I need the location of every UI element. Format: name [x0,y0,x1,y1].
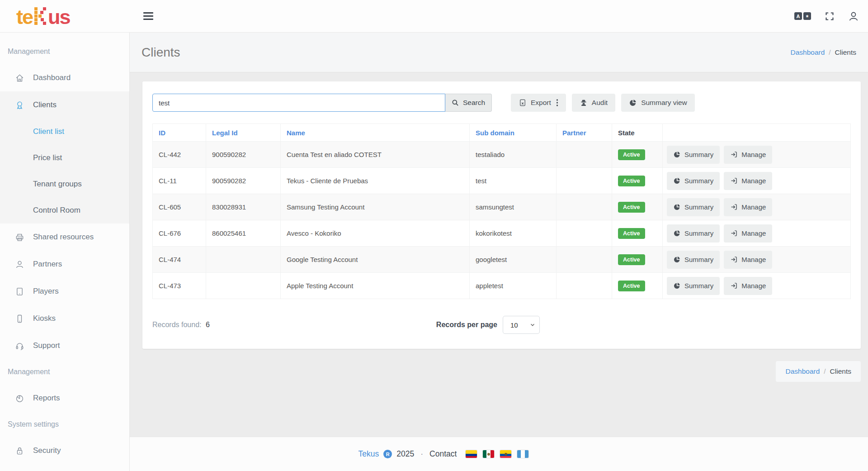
lock-icon [15,446,25,456]
sidebar-item-reports[interactable]: Reports [0,385,129,412]
table-row: CL-474 Google Testing Account googletest… [153,247,851,273]
manage-button[interactable]: Manage [724,251,772,269]
column-header-state: State [612,124,663,142]
export-button-label: Export [531,99,551,107]
breadcrumb-dashboard-link[interactable]: Dashboard [785,367,820,376]
column-header-sub-domain[interactable]: Sub domain [470,124,557,142]
sidebar-item-dashboard[interactable]: Dashboard [0,64,129,91]
sidebar-item-tenant-groups[interactable]: Tenant groups [0,171,129,197]
manage-button[interactable]: Manage [724,277,772,295]
summary-button[interactable]: Summary [667,224,720,243]
sidebar-toggle-hamburger-icon[interactable] [141,8,156,24]
sidebar-item-client-list[interactable]: Client list [0,119,129,145]
sidebar-item-support[interactable]: Support [0,332,129,359]
sign-in-arrow-icon [730,282,738,290]
manage-button[interactable]: Manage [724,146,772,164]
registered-trademark-icon: R [383,450,392,458]
table-row: CL-11 900590282 Tekus - Cliente de Prueb… [153,168,851,194]
flag-colombia-icon[interactable] [466,450,477,458]
table-header-row: ID Legal Id Name Sub domain Partner Stat… [153,124,851,142]
sidebar-label: Players [33,287,59,296]
content-area: Search Export [130,72,868,437]
footer-contact-link[interactable]: Contact [429,449,457,459]
summary-button[interactable]: Summary [667,251,720,269]
sidebar-section-management: Management [0,39,129,64]
language-star-glyph: * [803,12,811,20]
search-button[interactable]: Search [445,94,492,112]
sidebar-item-players[interactable]: Players [0,278,129,305]
cell-actions: Summary Manage [663,194,851,220]
summary-button[interactable]: Summary [667,198,720,216]
cell-id: CL-605 [153,194,206,220]
tekus-logo[interactable]: te us [0,6,130,26]
excel-file-icon [519,99,527,107]
manage-button[interactable]: Manage [724,198,772,216]
cell-name: Tekus - Cliente de Pruebas [281,168,470,194]
toolbar: Search Export [152,94,851,112]
manage-button[interactable]: Manage [724,172,772,190]
summary-button[interactable]: Summary [667,277,720,295]
footer-brand-link[interactable]: Tekus [359,449,379,459]
cell-sub-domain: samsungtest [470,194,557,220]
column-header-actions [663,124,851,142]
records-found: Records found: 6 [152,321,210,329]
footer-year: 2025 [396,449,414,459]
column-header-partner[interactable]: Partner [557,124,612,142]
mobile-phone-icon [15,314,25,324]
cell-name: Avesco - Kokoriko [281,220,470,247]
language-icon[interactable]: A * [794,12,811,20]
manage-button-label: Manage [741,256,766,263]
audit-button[interactable]: Audit [572,94,615,112]
summary-button-label: Summary [684,203,713,211]
summary-button-label: Summary [684,256,713,263]
cell-legal-id [206,247,281,273]
main-area: Clients Dashboard / Clients [130,33,868,471]
sidebar-item-clients[interactable]: Clients [0,91,129,119]
fullscreen-icon[interactable] [825,11,835,21]
column-header-id[interactable]: ID [153,124,206,142]
summary-button-label: Summary [684,282,713,290]
flag-guatemala-icon[interactable] [517,450,528,458]
search-input[interactable] [152,94,445,112]
breadcrumb-dashboard-link[interactable]: Dashboard [790,48,825,57]
footer-flags [466,450,528,458]
flag-ecuador-icon[interactable] [500,450,511,458]
cell-partner [557,220,612,247]
cell-partner [557,273,612,299]
footer-dot: · [420,449,423,459]
status-badge: Active [618,281,645,291]
records-per-page-label: Records per page [436,321,497,329]
flag-mexico-icon[interactable] [483,450,494,458]
table-row: CL-605 830028931 Samsung Testing Account… [153,194,851,220]
sidebar-item-control-room[interactable]: Control Room [0,197,129,224]
manage-button[interactable]: Manage [724,224,772,243]
sidebar-item-security[interactable]: Security [0,437,129,464]
status-badge: Active [618,176,645,186]
sidebar-item-partners[interactable]: Partners [0,251,129,278]
printer-icon [15,233,25,242]
summary-button[interactable]: Summary [667,172,720,190]
summary-button[interactable]: Summary [667,146,720,164]
cell-legal-id: 900590282 [206,168,281,194]
sign-in-arrow-icon [730,256,738,263]
cell-name: Samsung Testing Account [281,194,470,220]
cell-partner [557,194,612,220]
sidebar-item-price-list[interactable]: Price list [0,145,129,171]
status-badge: Active [618,254,645,265]
cell-id: CL-442 [153,142,206,168]
sidebar-item-kiosks[interactable]: Kiosks [0,305,129,332]
pie-chart-icon [673,203,681,211]
sign-in-arrow-icon [730,203,738,211]
search-button-label: Search [463,99,485,107]
column-header-legal-id[interactable]: Legal Id [206,124,281,142]
export-button[interactable]: Export [511,94,566,112]
records-per-page-select[interactable]: 10 [503,316,540,334]
cell-name: Cuenta Test en aliado COTEST [281,142,470,168]
cell-actions: Summary Manage [663,273,851,299]
pie-chart-outline-icon [15,394,25,403]
user-icon[interactable] [848,11,859,22]
column-header-name[interactable]: Name [281,124,470,142]
sidebar-item-shared-resources[interactable]: Shared resources [0,224,129,251]
logo-text-te: te [16,8,33,27]
summary-view-button[interactable]: Summary view [621,94,695,112]
